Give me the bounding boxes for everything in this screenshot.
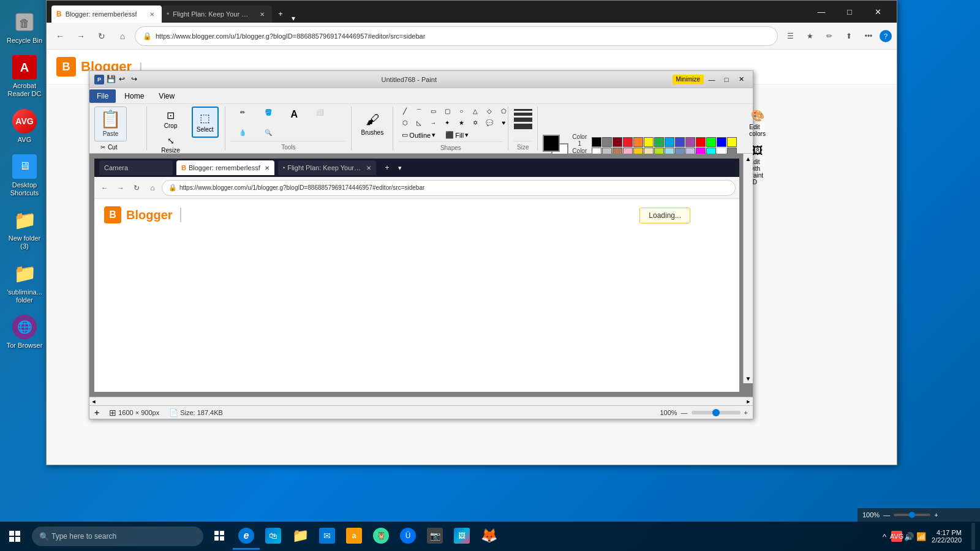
taskbar-clock[interactable]: 4:17 PM 2/22/2020 [932, 529, 962, 544]
scroll-right-btn[interactable]: ► [744, 397, 753, 406]
zoom-in-btn[interactable]: + [744, 409, 748, 416]
browser-notes-btn[interactable]: ✏ [821, 28, 838, 45]
tray-notification-chevron[interactable]: ^ [879, 531, 890, 542]
acrobat-icon[interactable]: A Acrobat Reader DC [2, 51, 47, 102]
scroll-up-btn[interactable]: ▲ [744, 154, 753, 163]
search-input[interactable] [51, 532, 196, 541]
swatch-brightred[interactable] [696, 137, 706, 147]
zoom-out-btn[interactable]: — [681, 409, 688, 416]
shape-arrow[interactable]: → [426, 118, 440, 127]
browser-tab-chevron[interactable]: ▾ [289, 14, 298, 23]
shape-diamond[interactable]: ◇ [483, 107, 496, 116]
taskbar-store-btn[interactable]: 🛍 [260, 523, 287, 550]
pencil-btn[interactable]: ✏ [230, 107, 255, 118]
shape-callout[interactable]: 💬 [483, 118, 496, 127]
inner-flight-close[interactable]: ✕ [366, 165, 371, 171]
shape-heart[interactable]: ♥ [497, 118, 510, 127]
shape-curve[interactable]: ⌒ [412, 107, 426, 118]
desktop-shortcuts-icon[interactable]: 🖥 Desktop Shortcuts [2, 151, 47, 201]
shape-star5[interactable]: ★ [454, 118, 468, 127]
taskbar-search[interactable]: 🔍 [32, 527, 203, 546]
brushes-btn[interactable]: 🖌 Brushes [356, 107, 388, 141]
swatch-yellow[interactable] [644, 137, 654, 147]
inner-refresh-btn[interactable]: ↻ [130, 181, 143, 195]
swatch-lime[interactable] [706, 137, 716, 147]
browser-more-btn[interactable]: ••• [860, 28, 877, 45]
browser-home-btn[interactable]: ⌂ [114, 28, 131, 45]
inner-back-btn[interactable]: ← [98, 181, 111, 195]
subliminal-folder-icon[interactable]: 📁 'sublimina... folder [2, 258, 47, 308]
outline-btn[interactable]: ▭ Outline ▾ [398, 129, 439, 141]
swatch-blue[interactable] [665, 137, 674, 147]
swatch-black[interactable] [592, 137, 601, 147]
inner-tab-chevron[interactable]: ▾ [398, 164, 402, 172]
desktop-show-btn[interactable] [971, 523, 975, 550]
avg-icon[interactable]: AVG AVG [2, 105, 47, 148]
outer-zoom-slider[interactable] [894, 514, 930, 516]
shape-triangle[interactable]: △ [469, 107, 482, 116]
paint-save-icon[interactable]: 💾 [107, 75, 116, 84]
size-2[interactable] [514, 113, 532, 116]
swatch-orange[interactable] [633, 137, 643, 147]
shape-round-rect[interactable]: ▢ [440, 107, 454, 116]
inner-forward-btn[interactable]: → [114, 181, 127, 195]
color-picker-btn[interactable]: 💧 [230, 127, 255, 138]
paint-file-menu[interactable]: File [89, 89, 116, 103]
browser-help-btn[interactable]: ? [880, 30, 892, 42]
task-view-btn[interactable] [206, 523, 233, 550]
shape-right-tri[interactable]: ◺ [412, 118, 426, 127]
paint-minimize-btn[interactable]: Minimize [673, 75, 704, 84]
swatch-brightblue[interactable] [717, 137, 726, 147]
zoom-slider[interactable] [692, 411, 741, 414]
inner-blogger-tab[interactable]: B Blogger: rememberlessf ✕ [176, 160, 274, 175]
browser-tab-flight[interactable]: • Flight Plan: Keep Your Eyes on... ✕ [162, 6, 272, 23]
fill-btn[interactable]: 🪣 [256, 107, 281, 118]
tray-network-icon[interactable]: 📶 [916, 531, 927, 542]
inner-address-bar[interactable]: 🔒 https://www.blogger.com/u/1/blogger.g?… [162, 180, 736, 196]
size-3[interactable] [514, 118, 532, 122]
paint-canvas-content[interactable]: Camera B Blogger: rememberlessf ✕ • Flig… [94, 159, 739, 392]
browser-address-bar[interactable]: 🔒 https://www.blogger.com/u/1/blogger.g?… [135, 26, 778, 46]
cut-btn[interactable]: ✂ Cut [94, 143, 123, 152]
inner-tab-add[interactable]: + [380, 160, 394, 175]
tray-antivirus-icon[interactable]: AVG [891, 531, 902, 542]
taskbar-camera-btn[interactable]: 📷 [421, 523, 448, 550]
paint-scrollbar-v[interactable]: ▲ ▼ [743, 154, 753, 383]
paint-home-menu[interactable]: Home [117, 89, 151, 103]
taskbar-edge-btn[interactable]: e [233, 523, 260, 550]
swatch-gray[interactable] [602, 137, 612, 147]
outer-zoom-in[interactable]: + [934, 511, 938, 519]
color1-box[interactable] [543, 135, 560, 152]
recycle-bin-icon[interactable]: 🗑 Recycle Bin [2, 6, 47, 48]
browser-tab-flight-close[interactable]: ✕ [257, 9, 267, 19]
paint-view-menu[interactable]: View [151, 89, 182, 103]
browser-star-btn[interactable]: ★ [801, 28, 818, 45]
taskbar-firefox-btn[interactable]: 🦊 [475, 523, 502, 550]
outer-zoom-out[interactable]: — [883, 511, 890, 519]
paint-minimize-btn2[interactable]: — [705, 75, 718, 84]
swatch-green[interactable] [654, 137, 664, 147]
paint-maximize-btn[interactable]: □ [720, 75, 733, 84]
shape-ellipse[interactable]: ○ [454, 107, 468, 116]
new-folder-icon[interactable]: 📁 New folder (3) [2, 204, 47, 254]
paint-redo-icon[interactable]: ↪ [131, 75, 141, 84]
swatch-purple[interactable] [685, 137, 695, 147]
browser-sidebar-btn[interactable]: ☰ [782, 28, 799, 45]
scroll-down-btn[interactable]: ▼ [744, 373, 753, 383]
taskbar-explorer-btn[interactable]: 📁 [287, 523, 314, 550]
taskbar-uplay-btn[interactable]: Ü [394, 523, 421, 550]
paint-close-btn[interactable]: ✕ [734, 75, 748, 84]
swatch-red[interactable] [623, 137, 633, 147]
shape-star6[interactable]: ✡ [469, 118, 482, 127]
paint-scrollbar-h[interactable]: ◄ ► [89, 397, 753, 405]
shape-pentagon[interactable]: ⬠ [497, 107, 510, 116]
browser-tab-blogger[interactable]: B Blogger: rememberlessf ✕ [51, 6, 162, 23]
paste-btn[interactable]: 📋 Paste [94, 107, 127, 141]
text-btn[interactable]: A [282, 107, 306, 122]
shape-hex[interactable]: ⬡ [398, 118, 412, 127]
edit-colors-btn[interactable]: 🎨 Edit colors [744, 107, 771, 140]
magnify-btn[interactable]: 🔍 [256, 127, 281, 138]
shape-rect[interactable]: ▭ [426, 107, 440, 116]
shape-line[interactable]: ╱ [398, 107, 412, 116]
taskbar-mail-btn[interactable]: ✉ [314, 523, 341, 550]
